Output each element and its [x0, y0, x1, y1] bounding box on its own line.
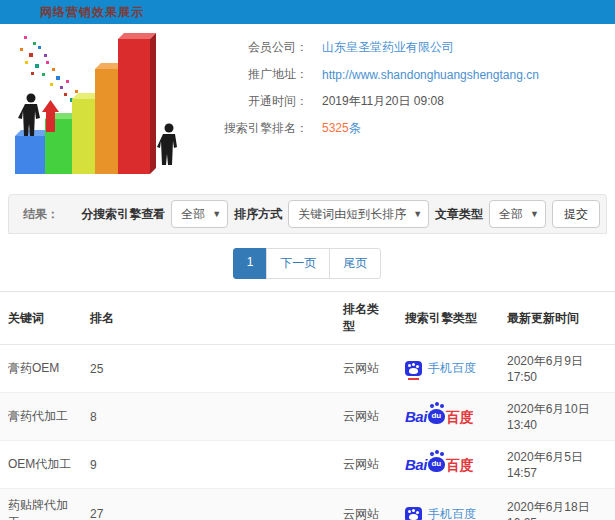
member-info: 会员公司： 山东皇圣堂药业有限公司 推广地址： http://www.shand… [190, 28, 615, 190]
page-button-last[interactable]: 尾页 [329, 248, 381, 279]
table-header-row: 关键词 排名 排名类型 搜索引擎类型 最新更新时间 [0, 292, 615, 345]
baidu-paw-icon: du [428, 409, 445, 424]
col-header-engine-type: 搜索引擎类型 [397, 292, 499, 345]
rank-unit: 条 [349, 121, 361, 135]
col-header-rank-type: 排名类型 [335, 292, 397, 345]
article-type-select[interactable]: 全部 ▼ [489, 200, 546, 228]
engine-filter-value: 全部 [181, 206, 205, 223]
chevron-down-icon: ▼ [212, 209, 221, 219]
promotion-url-label: 推广地址： [190, 66, 308, 83]
sort-filter-value: 关键词由短到长排序 [298, 206, 406, 223]
chevron-down-icon: ▼ [530, 209, 539, 219]
rank-cell: 8 [82, 393, 335, 441]
page-title: 网络营销效果展示 [40, 4, 144, 21]
sort-filter-select[interactable]: 关键词由短到长排序 ▼ [288, 200, 429, 228]
mobile-baidu-logo: 手机百度 [405, 360, 491, 377]
engine-rank-value: 5325条 [322, 120, 361, 137]
article-type-value: 全部 [499, 206, 523, 223]
company-label: 会员公司： [190, 39, 308, 56]
open-time-value: 2019年11月20日 09:08 [322, 93, 444, 110]
engine-filter-select[interactable]: 全部 ▼ [171, 200, 228, 228]
results-table: 关键词 排名 排名类型 搜索引擎类型 最新更新时间 膏药OEM 25 云网站 手… [0, 291, 615, 520]
info-row-open-time: 开通时间： 2019年11月20日 09:08 [190, 88, 615, 115]
sort-filter-label: 排序方式 [234, 206, 282, 223]
page-button-current[interactable]: 1 [233, 248, 268, 279]
top-bar: 网络营销效果展示 [0, 0, 615, 24]
info-row-url: 推广地址： http://www.shandonghuangshengtang.… [190, 61, 615, 88]
baidu-logo: Bai du 百度 [405, 457, 474, 472]
hero-section: 会员公司： 山东皇圣堂药业有限公司 推广地址： http://www.shand… [0, 24, 615, 190]
mobile-baidu-logo: 手机百度 [405, 506, 491, 520]
promotion-url-link[interactable]: http://www.shandonghuangshengtang.cn [322, 68, 539, 82]
rank-count: 5325 [322, 121, 349, 135]
baidu-cn-text: 百度 [446, 410, 474, 424]
engine-type-cell: Bai du 百度 [397, 393, 499, 441]
info-row-engine-rank: 搜索引擎排名： 5325条 [190, 115, 615, 142]
col-header-keyword: 关键词 [0, 292, 82, 345]
rank-cell: 27 [82, 489, 335, 520]
table-row: 膏药OEM 25 云网站 手机百度 2020年6月9日 17:50 [0, 345, 615, 393]
table-row: 药贴牌代加工 27 云网站 手机百度 2020年6月18日 10:25 [0, 489, 615, 520]
mobile-baidu-label: 手机百度 [428, 360, 476, 377]
baidu-bai-text: Bai [405, 457, 427, 472]
engine-rank-label: 搜索引擎排名： [190, 120, 308, 137]
keyword-cell: OEM代加工 [0, 441, 82, 489]
engine-type-cell: 手机百度 [397, 489, 499, 520]
bar-chart-illustration [0, 28, 190, 188]
keyword-cell: 药贴牌代加工 [0, 489, 82, 520]
mobile-baidu-paw-icon [405, 361, 422, 376]
businessman-left [18, 94, 40, 137]
result-filter-bar: 结果： 分搜索引擎查看 全部 ▼ 排序方式 关键词由短到长排序 ▼ 文章类型 全… [8, 194, 607, 234]
open-time-label: 开通时间： [190, 93, 308, 110]
businessman-right [157, 124, 177, 166]
confetti-dots [20, 36, 81, 104]
baidu-cn-text: 百度 [446, 458, 474, 472]
filters: 分搜索引擎查看 全部 ▼ 排序方式 关键词由短到长排序 ▼ 文章类型 全部 ▼ … [81, 200, 600, 228]
rank-cell: 9 [82, 441, 335, 489]
company-link[interactable]: 山东皇圣堂药业有限公司 [322, 39, 454, 56]
mobile-baidu-paw-icon [405, 507, 422, 520]
updated-cell: 2020年6月5日 14:57 [499, 441, 615, 489]
rank-type-cell: 云网站 [335, 345, 397, 393]
keyword-cell: 膏药OEM [0, 345, 82, 393]
col-header-updated: 最新更新时间 [499, 292, 615, 345]
rank-type-cell: 云网站 [335, 441, 397, 489]
rank-type-cell: 云网站 [335, 393, 397, 441]
table-row: OEM代加工 9 云网站 Bai du 百度 2020年6月5日 14:57 [0, 441, 615, 489]
updated-cell: 2020年6月10日 13:40 [499, 393, 615, 441]
info-row-company: 会员公司： 山东皇圣堂药业有限公司 [190, 34, 615, 61]
engine-filter-label: 分搜索引擎查看 [81, 206, 165, 223]
result-label: 结果： [23, 206, 59, 223]
rank-type-cell: 云网站 [335, 489, 397, 520]
keyword-cell: 膏药代加工 [0, 393, 82, 441]
pagination: 1 下一页 尾页 [0, 248, 615, 279]
baidu-logo: Bai du 百度 [405, 409, 474, 424]
baidu-bai-text: Bai [405, 409, 427, 424]
engine-type-cell: Bai du 百度 [397, 441, 499, 489]
article-type-label: 文章类型 [435, 206, 483, 223]
baidu-paw-icon: du [428, 457, 445, 472]
page-button-next[interactable]: 下一页 [266, 248, 330, 279]
col-header-rank: 排名 [82, 292, 335, 345]
results-table-body: 膏药OEM 25 云网站 手机百度 2020年6月9日 17:50 膏药代加工 … [0, 345, 615, 520]
updated-cell: 2020年6月18日 10:25 [499, 489, 615, 520]
mobile-baidu-label: 手机百度 [428, 506, 476, 520]
submit-button[interactable]: 提交 [552, 200, 600, 228]
chevron-down-icon: ▼ [413, 209, 422, 219]
table-row: 膏药代加工 8 云网站 Bai du 百度 2020年6月10日 13:40 [0, 393, 615, 441]
updated-cell: 2020年6月9日 17:50 [499, 345, 615, 393]
rank-cell: 25 [82, 345, 335, 393]
engine-type-cell: 手机百度 [397, 345, 499, 393]
bars [15, 33, 156, 174]
